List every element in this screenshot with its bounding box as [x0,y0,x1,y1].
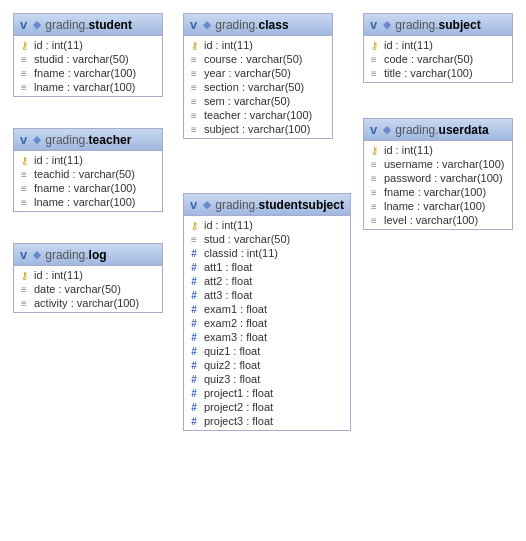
diamond-icon: ◆ [203,199,211,210]
field-text: title : varchar(100) [384,67,473,79]
v-icon: v [370,17,377,32]
table-header-teacher[interactable]: v◆grading.teacher [14,129,162,151]
diamond-icon: ◆ [383,19,391,30]
field-icon-attr: ≡ [368,201,380,212]
field-text: fname : varchar(100) [34,67,136,79]
field-text: id : int(11) [34,269,83,281]
diamond-icon: ◆ [383,124,391,135]
field-row: ⚷id : int(11) [14,38,162,52]
diamond-icon: ◆ [33,134,41,145]
field-icon-attr: ≡ [18,284,30,295]
field-row: ≡username : varchar(100) [364,157,512,171]
field-icon-attr: ≡ [18,298,30,309]
field-row: ≡subject : varchar(100) [184,122,332,136]
field-icon-hash: # [188,416,200,427]
field-text: project1 : float [204,387,273,399]
field-row: ≡section : varchar(50) [184,80,332,94]
field-icon-key: ⚷ [18,270,30,281]
table-header-studentsubject[interactable]: v◆grading.studentsubject [184,194,350,216]
table-header-student[interactable]: v◆grading.student [14,14,162,36]
table-log: v◆grading.log⚷id : int(11)≡date : varcha… [13,243,163,313]
field-row: ≡sem : varchar(50) [184,94,332,108]
field-text: quiz2 : float [204,359,260,371]
field-row: ≡lname : varchar(100) [14,195,162,209]
field-row: #exam1 : float [184,302,350,316]
field-text: quiz1 : float [204,345,260,357]
field-icon-hash: # [188,290,200,301]
field-text: studid : varchar(50) [34,53,129,65]
field-text: quiz3 : float [204,373,260,385]
v-icon: v [20,17,27,32]
field-row: ≡fname : varchar(100) [14,66,162,80]
field-icon-hash: # [188,388,200,399]
field-row: ≡teachid : varchar(50) [14,167,162,181]
field-row: ≡title : varchar(100) [364,66,512,80]
field-row: #project1 : float [184,386,350,400]
field-text: lname : varchar(100) [384,200,486,212]
field-row: ≡stud : varchar(50) [184,232,350,246]
field-row: ⚷id : int(11) [14,268,162,282]
table-name-label: grading.student [45,18,132,32]
field-text: id : int(11) [384,39,433,51]
field-text: project2 : float [204,401,273,413]
field-row: #quiz2 : float [184,358,350,372]
field-row: ≡teacher : varchar(100) [184,108,332,122]
table-class: v◆grading.class⚷id : int(11)≡course : va… [183,13,333,139]
field-text: lname : varchar(100) [34,196,136,208]
field-icon-hash: # [188,248,200,259]
field-row: #exam2 : float [184,316,350,330]
field-row: #project3 : float [184,414,350,428]
field-text: fname : varchar(100) [34,182,136,194]
field-row: ≡date : varchar(50) [14,282,162,296]
field-row: ≡level : varchar(100) [364,213,512,227]
table-name-label: grading.userdata [395,123,488,137]
field-row: #quiz3 : float [184,372,350,386]
field-icon-attr: ≡ [368,159,380,170]
field-icon-attr: ≡ [188,124,200,135]
table-header-subject[interactable]: v◆grading.subject [364,14,512,36]
table-name-label: grading.subject [395,18,480,32]
field-row: #project2 : float [184,400,350,414]
field-text: section : varchar(50) [204,81,304,93]
field-text: username : varchar(100) [384,158,504,170]
table-name-label: grading.studentsubject [215,198,344,212]
field-row: ≡fname : varchar(100) [364,185,512,199]
field-text: classid : int(11) [204,247,278,259]
table-header-class[interactable]: v◆grading.class [184,14,332,36]
field-icon-hash: # [188,304,200,315]
field-row: ⚷id : int(11) [364,38,512,52]
field-text: fname : varchar(100) [384,186,486,198]
field-icon-attr: ≡ [368,68,380,79]
field-row: #att1 : float [184,260,350,274]
table-body-log: ⚷id : int(11)≡date : varchar(50)≡activit… [14,266,162,312]
field-icon-key: ⚷ [188,40,200,51]
table-body-student: ⚷id : int(11)≡studid : varchar(50)≡fname… [14,36,162,96]
field-row: ≡studid : varchar(50) [14,52,162,66]
field-row: #att2 : float [184,274,350,288]
field-text: att3 : float [204,289,252,301]
field-text: id : int(11) [34,39,83,51]
canvas: v◆grading.student⚷id : int(11)≡studid : … [8,8,518,533]
table-student: v◆grading.student⚷id : int(11)≡studid : … [13,13,163,97]
field-icon-attr: ≡ [18,169,30,180]
field-icon-attr: ≡ [188,68,200,79]
field-icon-key: ⚷ [368,145,380,156]
table-body-class: ⚷id : int(11)≡course : varchar(50)≡year … [184,36,332,138]
field-row: #quiz1 : float [184,344,350,358]
table-body-userdata: ⚷id : int(11)≡username : varchar(100)≡pa… [364,141,512,229]
field-row: ≡course : varchar(50) [184,52,332,66]
field-row: ≡activity : varchar(100) [14,296,162,310]
table-header-userdata[interactable]: v◆grading.userdata [364,119,512,141]
field-text: exam2 : float [204,317,267,329]
field-text: level : varchar(100) [384,214,478,226]
field-icon-hash: # [188,402,200,413]
table-header-log[interactable]: v◆grading.log [14,244,162,266]
field-icon-key: ⚷ [18,155,30,166]
field-text: sem : varchar(50) [204,95,290,107]
field-row: #att3 : float [184,288,350,302]
field-text: id : int(11) [204,39,253,51]
field-icon-attr: ≡ [188,96,200,107]
field-text: exam1 : float [204,303,267,315]
v-icon: v [370,122,377,137]
field-row: ≡lname : varchar(100) [364,199,512,213]
